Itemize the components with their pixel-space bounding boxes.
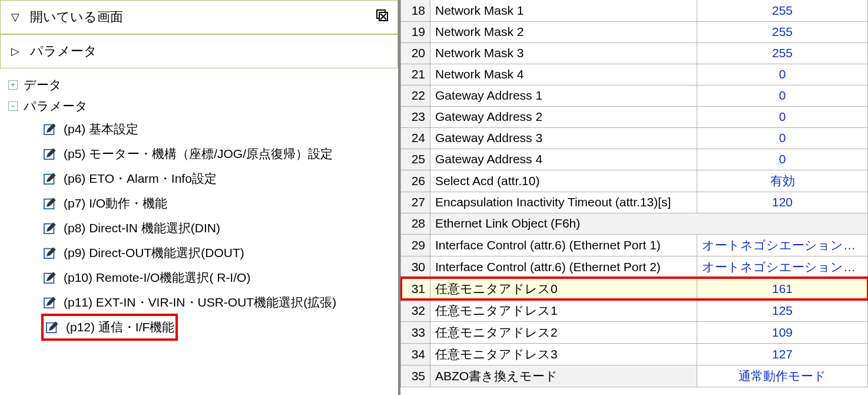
table-row[interactable]: 25Gateway Address 40: [401, 149, 868, 170]
tree-leaf[interactable]: (p6) ETO・Alarm・Info設定: [42, 166, 395, 191]
table-row[interactable]: 30Interface Control (attr.6) (Ethernet P…: [401, 256, 868, 278]
row-value[interactable]: 0: [697, 64, 868, 85]
row-value[interactable]: オートネゴシエーション有効: [697, 234, 868, 256]
row-value[interactable]: 255: [697, 0, 868, 21]
row-number: 28: [401, 213, 430, 234]
parameter-children: (p4) 基本設定(p5) モーター・機構（座標/JOG/原点復帰）設定(p6)…: [8, 117, 395, 340]
row-value[interactable]: 0: [697, 85, 868, 106]
row-value[interactable]: 125: [697, 299, 868, 321]
edit-icon: [42, 246, 58, 260]
row-name: 任意モニタアドレス0: [430, 278, 697, 299]
tree-leaf[interactable]: (p11) EXT-IN・VIR-IN・USR-OUT機能選択(拡張): [42, 290, 395, 315]
row-value[interactable]: オートネゴシエーション有効: [697, 256, 868, 278]
row-name: Select Acd (attr.10): [430, 170, 697, 192]
row-name: Network Mask 1: [430, 0, 697, 21]
edit-icon: [42, 271, 58, 285]
row-name: Gateway Address 1: [430, 85, 697, 106]
tree-leaf-label: (p6) ETO・Alarm・Info設定: [64, 170, 217, 187]
row-name: Gateway Address 2: [430, 106, 697, 127]
tree-leaf-label: (p9) Direct-OUT機能選択(DOUT): [64, 245, 244, 261]
tree-leaf-label: (p5) モーター・機構（座標/JOG/原点復帰）設定: [64, 146, 333, 162]
minus-icon[interactable]: −: [8, 101, 18, 111]
row-value[interactable]: 255: [697, 21, 868, 42]
table-row[interactable]: 34任意モニタアドレス3127: [401, 343, 868, 365]
edit-icon: [42, 122, 58, 136]
table-row[interactable]: 21Network Mask 40: [401, 64, 868, 85]
table-row[interactable]: 35ABZO書き換えモード通常動作モード: [401, 365, 868, 387]
table-row[interactable]: 27Encapsulation Inactivity Timeout (attr…: [401, 192, 868, 213]
edit-icon: [42, 172, 58, 186]
table-row[interactable]: 28Ethernet Link Object (F6h): [401, 213, 868, 234]
tree-leaf-label: (p7) I/O動作・機能: [64, 195, 167, 212]
row-number: 29: [401, 234, 430, 256]
row-name: Network Mask 4: [430, 64, 697, 85]
table-row[interactable]: 20Network Mask 3255: [401, 42, 868, 64]
parameter-header[interactable]: ▷ パラメータ: [0, 34, 398, 68]
row-name: Gateway Address 3: [430, 127, 697, 149]
row-number: 34: [401, 343, 430, 365]
tree-leaf-label: (p8) Direct-IN 機能選択(DIN): [64, 220, 220, 236]
tree-view: + データ − パラメータ (p4) 基本設定(p5) モーター・機構（座標/J…: [0, 68, 398, 395]
tree-node-label: データ: [24, 77, 62, 93]
row-name: Network Mask 2: [430, 21, 697, 42]
tree-leaf[interactable]: (p5) モーター・機構（座標/JOG/原点復帰）設定: [42, 141, 395, 166]
table-row[interactable]: 31任意モニタアドレス0161: [401, 278, 868, 299]
tree-leaf[interactable]: (p4) 基本設定: [42, 117, 395, 141]
row-name: Gateway Address 4: [430, 149, 697, 170]
table-row[interactable]: 18Network Mask 1255: [401, 0, 868, 21]
tree-leaf[interactable]: (p7) I/O動作・機能: [42, 191, 395, 216]
table-row[interactable]: 33任意モニタアドレス2109: [401, 321, 868, 343]
row-number: 23: [401, 106, 430, 127]
row-value[interactable]: 通常動作モード: [697, 365, 868, 387]
row-number: 19: [401, 21, 430, 42]
stack-icon[interactable]: [366, 8, 389, 26]
row-number: 22: [401, 85, 430, 106]
row-value[interactable]: 255: [697, 42, 868, 64]
row-name: 任意モニタアドレス3: [430, 343, 697, 365]
tree-leaf[interactable]: (p8) Direct-IN 機能選択(DIN): [42, 216, 395, 241]
row-value[interactable]: 161: [697, 278, 868, 299]
row-number: 21: [401, 64, 430, 85]
edit-icon: [42, 147, 58, 161]
row-number: 24: [401, 127, 430, 149]
row-number: 18: [401, 0, 430, 21]
row-value[interactable]: 120: [697, 192, 868, 213]
row-number: 26: [401, 170, 430, 192]
parameter-table: 18Network Mask 125519Network Mask 225520…: [400, 0, 868, 387]
row-name: ABZO書き換えモード: [430, 365, 697, 387]
table-row[interactable]: 32任意モニタアドレス1125: [401, 299, 868, 321]
edit-icon: [42, 196, 58, 210]
tree-node-parameter[interactable]: − パラメータ: [8, 96, 395, 117]
plus-icon[interactable]: +: [8, 80, 18, 90]
row-name: 任意モニタアドレス2: [430, 321, 697, 343]
row-value[interactable]: 0: [697, 127, 868, 149]
tree-node-label: パラメータ: [24, 98, 88, 114]
row-number: 32: [401, 299, 430, 321]
row-value[interactable]: 127: [697, 343, 868, 365]
chevron-down-icon: ▽: [9, 11, 22, 24]
tree-leaf[interactable]: (p9) Direct-OUT機能選択(DOUT): [42, 241, 395, 265]
edit-icon: [45, 320, 60, 334]
row-value[interactable]: 0: [697, 149, 868, 170]
table-row[interactable]: 22Gateway Address 10: [401, 85, 868, 106]
row-number: 20: [401, 42, 430, 64]
open-screens-label: 開いている画面: [30, 8, 357, 26]
row-value[interactable]: 有効: [697, 170, 868, 192]
table-row[interactable]: 19Network Mask 2255: [401, 21, 868, 42]
row-value[interactable]: 0: [697, 106, 868, 127]
table-row[interactable]: 29Interface Control (attr.6) (Ethernet P…: [401, 234, 868, 256]
tree-leaf[interactable]: (p12) 通信・I/F機能: [42, 315, 177, 340]
row-name: Interface Control (attr.6) (Ethernet Por…: [430, 234, 697, 256]
row-name: 任意モニタアドレス1: [430, 299, 697, 321]
row-name: Encapsulation Inactivity Timeout (attr.1…: [430, 192, 697, 213]
navigation-panel: ▽ 開いている画面 ▷ パラメータ + データ − パラメータ (p4) 基本設…: [0, 0, 400, 395]
table-row[interactable]: 26Select Acd (attr.10)有効: [401, 170, 868, 192]
tree-leaf-label: (p11) EXT-IN・VIR-IN・USR-OUT機能選択(拡張): [64, 294, 336, 311]
table-row[interactable]: 24Gateway Address 30: [401, 127, 868, 149]
tree-node-data[interactable]: + データ: [8, 74, 395, 96]
tree-leaf[interactable]: (p10) Remote-I/O機能選択( R-I/O): [42, 265, 395, 290]
table-row[interactable]: 23Gateway Address 20: [401, 106, 868, 127]
row-value[interactable]: 109: [697, 321, 868, 343]
open-screens-header[interactable]: ▽ 開いている画面: [0, 0, 398, 34]
row-name: Network Mask 3: [430, 42, 697, 64]
